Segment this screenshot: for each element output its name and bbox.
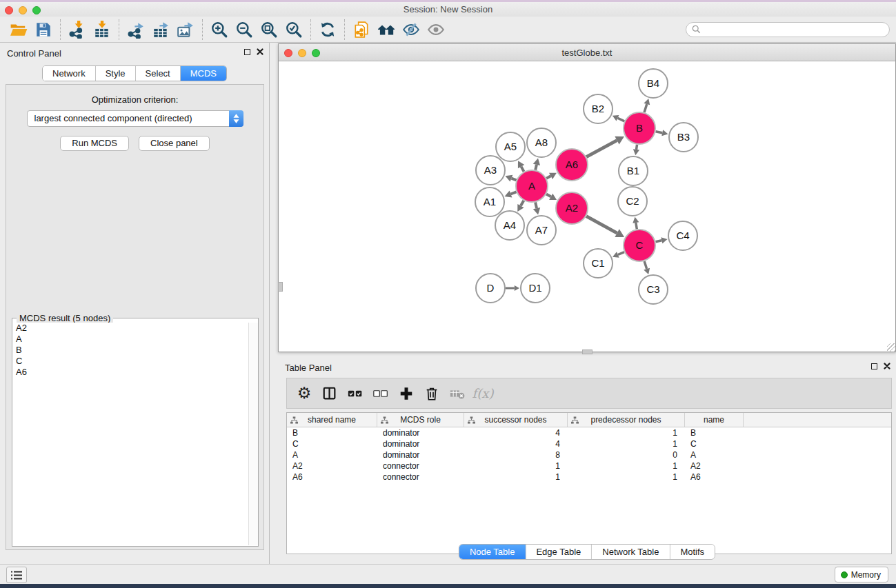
close-window-button[interactable] — [5, 6, 13, 14]
status-bar: Memory — [0, 564, 896, 584]
network-minimize-button[interactable] — [298, 49, 306, 57]
show-columns-button[interactable] — [319, 383, 340, 405]
column-header-shared-name[interactable]: shared name — [287, 413, 377, 427]
search-field[interactable] — [686, 22, 890, 37]
column-header-name[interactable]: name — [685, 413, 744, 427]
unselect-all-columns-button[interactable] — [370, 383, 391, 405]
graph-node-label: A4 — [504, 219, 516, 231]
tab-style[interactable]: Style — [96, 66, 136, 81]
vertical-scroll-thumb[interactable] — [278, 282, 283, 292]
create-column-button[interactable] — [396, 383, 417, 405]
toolbar-divider — [344, 19, 345, 40]
close-panel-icon[interactable] — [257, 48, 263, 55]
trash-icon — [424, 386, 439, 401]
export-image-icon — [177, 21, 195, 39]
tab-network[interactable]: Network — [43, 66, 96, 81]
graph-edge-B-B4 — [644, 104, 647, 112]
select-all-columns-button[interactable] — [345, 383, 366, 405]
toolbar-divider — [202, 19, 203, 40]
network-zoom-button[interactable] — [312, 49, 320, 57]
graph-edge-A-A6 — [546, 176, 550, 178]
first-neighbors-button[interactable] — [374, 19, 399, 41]
app-titlebar: Session: New Session — [0, 2, 896, 17]
optimization-criterion-select[interactable]: largest connected component (directed) — [27, 110, 243, 127]
float-table-panel-icon[interactable] — [871, 363, 877, 369]
mcds-result-scrollbar[interactable] — [248, 323, 258, 545]
mcds-result-item[interactable]: A6 — [13, 367, 248, 378]
graph-edge-C-C1 — [618, 252, 624, 255]
tab-edge-table[interactable]: Edge Table — [526, 545, 592, 559]
save-session-button[interactable] — [31, 19, 56, 41]
table-settings-button[interactable]: ⚙ — [294, 383, 315, 405]
network-window-titlebar[interactable]: testGlobe.txt — [279, 44, 895, 61]
import-network-button[interactable] — [65, 19, 90, 41]
tab-network-table[interactable]: Network Table — [592, 545, 670, 559]
table-cell: 1 — [568, 461, 685, 471]
window-resize-grip[interactable] — [887, 343, 895, 352]
column-header-predecessor-nodes[interactable]: predecessor nodes — [568, 413, 685, 427]
show-log-button[interactable] — [6, 567, 27, 583]
graph-edge-C-C2 — [636, 223, 637, 229]
mcds-result-item[interactable]: C — [13, 356, 248, 367]
float-panel-icon[interactable] — [244, 49, 250, 55]
minimize-window-button[interactable] — [19, 6, 27, 14]
open-session-button[interactable] — [6, 19, 31, 41]
export-table-button[interactable] — [148, 19, 173, 41]
table-row[interactable]: Adominator80A — [287, 449, 891, 460]
memory-label: Memory — [851, 570, 881, 580]
delete-columns-button[interactable] — [421, 383, 442, 405]
function-builder-button[interactable]: f(x) — [472, 383, 493, 405]
mcds-result-item[interactable]: A2 — [13, 323, 248, 334]
table-row[interactable]: A6connector11A6 — [287, 472, 891, 483]
export-table-icon — [152, 21, 170, 39]
zoom-fit-button[interactable] — [257, 19, 281, 41]
memory-button[interactable]: Memory — [835, 567, 888, 582]
network-close-button[interactable] — [284, 49, 292, 57]
tab-node-table[interactable]: Node Table — [459, 545, 526, 559]
graph-edge-B-B1 — [637, 145, 637, 150]
list-icon — [11, 571, 22, 580]
mcds-result-item[interactable]: A — [13, 334, 248, 345]
graph-edge-C-C3 — [644, 261, 646, 269]
horizontal-scroll-thumb[interactable] — [582, 349, 593, 354]
hide-selected-button[interactable] — [399, 19, 424, 41]
zoom-in-button[interactable] — [207, 19, 232, 41]
zoom-fit-icon — [260, 21, 278, 39]
mcds-result-item[interactable]: B — [13, 345, 248, 356]
delete-table-button[interactable] — [447, 383, 468, 405]
import-table-button[interactable] — [90, 19, 115, 41]
network-canvas[interactable]: B4B2BB3A8A5A6A3B1AA1C2A2A4A7C4CC1C3DD1 — [279, 61, 895, 352]
table-row[interactable]: A2connector11A2 — [287, 460, 891, 472]
column-header-mcds-role[interactable]: MCDS role — [377, 413, 464, 427]
run-mcds-button[interactable]: Run MCDS — [60, 136, 129, 151]
mcds-tab-content: Optimization criterion: largest connecte… — [6, 84, 264, 550]
close-table-panel-icon[interactable] — [884, 363, 890, 369]
memory-status-icon — [841, 571, 848, 578]
table-cell: 1 — [568, 439, 685, 449]
close-panel-button[interactable]: Close panel — [139, 136, 210, 151]
table-cell: A6 — [287, 472, 377, 482]
show-all-button[interactable] — [424, 19, 448, 41]
column-header-successor-nodes[interactable]: successor nodes — [464, 413, 568, 427]
tab-mcds[interactable]: MCDS — [181, 66, 226, 81]
column-type-icon — [468, 416, 475, 424]
zoom-window-button[interactable] — [32, 6, 41, 14]
zoom-selected-button[interactable] — [281, 19, 306, 41]
graph-edge-arrowhead — [633, 149, 639, 155]
graph-node-label: A — [528, 180, 535, 192]
export-network-button[interactable] — [123, 19, 148, 41]
table-row[interactable]: Cdominator41C — [287, 438, 891, 449]
search-input[interactable] — [704, 25, 884, 34]
table-row[interactable]: Bdominator41B — [287, 427, 891, 438]
new-network-from-selection-button[interactable] — [349, 19, 374, 41]
export-image-button[interactable] — [173, 19, 198, 41]
table-cell: A — [685, 450, 744, 460]
refresh-button[interactable] — [315, 19, 340, 41]
zoom-out-button[interactable] — [232, 19, 257, 41]
graph-edge-arrowhead — [515, 285, 519, 291]
control-panel-title: Control Panel — [7, 48, 61, 59]
network-window-traffic-lights — [284, 49, 320, 57]
tab-select[interactable]: Select — [136, 66, 181, 81]
tab-motifs[interactable]: Motifs — [670, 545, 715, 559]
graph-node-label: B — [636, 122, 643, 134]
